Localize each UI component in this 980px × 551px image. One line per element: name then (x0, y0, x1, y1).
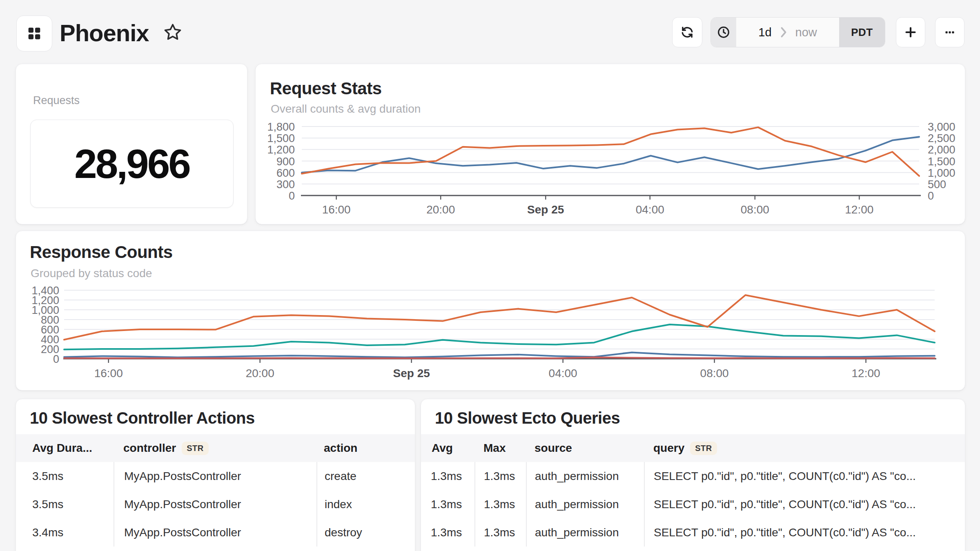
refresh-icon (680, 25, 695, 40)
requests-value-panel[interactable]: 28,966 (30, 120, 234, 208)
svg-text:20:00: 20:00 (246, 367, 274, 380)
avg-cell: 1.3ms (421, 518, 474, 547)
query-cell: SELECT p0."id", p0."title", COUNT(c0."id… (644, 518, 965, 547)
svg-text:600: 600 (276, 167, 295, 179)
table-row[interactable]: 1.3ms 1.3ms auth_permission SELECT p0."i… (421, 518, 965, 547)
source-cell: auth_permission (526, 518, 644, 547)
table-row[interactable]: 1.3ms 1.3ms auth_permission SELECT p0."i… (421, 462, 965, 491)
response-counts-chart[interactable]: 1,4001,2001,000800600400200016:0020:00Se… (16, 231, 965, 390)
controller-actions-title: 10 Slowest Controller Actions (30, 409, 255, 427)
clock-icon (717, 25, 731, 39)
svg-text:08:00: 08:00 (700, 367, 729, 380)
svg-text:16:00: 16:00 (94, 367, 123, 380)
svg-text:1,500: 1,500 (267, 132, 295, 144)
avg-cell: 1.3ms (421, 462, 474, 490)
table-row-partial (16, 547, 415, 551)
svg-text:Sep 25: Sep 25 (527, 203, 564, 216)
column-header[interactable]: controller (123, 442, 176, 455)
time-clock-segment[interactable] (711, 18, 736, 47)
action-cell: index (316, 490, 415, 518)
svg-text:0: 0 (928, 190, 934, 202)
controller-actions-header: Avg Dura... controller STR action (16, 434, 415, 463)
table-row[interactable]: 3.5ms MyApp.PostsController create (16, 462, 415, 491)
requests-card: Requests 28,966 (16, 64, 247, 224)
svg-text:2,500: 2,500 (928, 132, 956, 144)
max-cell: 1.3ms (474, 518, 526, 547)
ellipsis-icon (943, 25, 957, 39)
svg-text:1,200: 1,200 (267, 144, 295, 156)
ecto-queries-header: Avg Max source query STR (421, 434, 965, 463)
refresh-button[interactable] (672, 17, 702, 47)
timezone-segment[interactable]: PDT (839, 18, 885, 47)
svg-text:12:00: 12:00 (852, 367, 880, 380)
requests-value: 28,966 (74, 140, 189, 187)
svg-text:04:00: 04:00 (549, 367, 577, 380)
more-options-button[interactable] (935, 17, 964, 47)
request-stats-card: Request Stats Overall counts & avg durat… (255, 64, 965, 224)
svg-text:1,800: 1,800 (267, 121, 295, 133)
action-cell: create (316, 462, 415, 490)
controller-cell: MyApp.PostsController (114, 490, 316, 518)
svg-text:04:00: 04:00 (636, 203, 664, 216)
add-panel-button[interactable] (896, 17, 925, 47)
column-header[interactable]: query (653, 442, 684, 455)
column-header[interactable]: Max (483, 442, 506, 455)
apps-grid-icon (26, 25, 42, 42)
time-range-value: 1d (758, 26, 771, 39)
svg-text:16:00: 16:00 (322, 203, 351, 216)
svg-text:20:00: 20:00 (426, 203, 455, 216)
avg-cell: 1.3ms (421, 490, 474, 518)
page-title: Phoenix (60, 18, 149, 48)
column-header[interactable]: Avg (432, 442, 453, 455)
table-row[interactable]: 3.5ms MyApp.PostsController index (16, 490, 415, 519)
avg-duration-cell: 3.5ms (16, 462, 114, 490)
ecto-queries-title: 10 Slowest Ecto Queries (435, 409, 620, 427)
column-header[interactable]: Avg Dura... (32, 442, 92, 455)
max-cell: 1.3ms (474, 490, 526, 518)
svg-text:0: 0 (289, 190, 295, 202)
svg-text:500: 500 (928, 178, 946, 191)
svg-text:900: 900 (276, 156, 295, 168)
controller-cell: MyApp.PostsController (114, 462, 316, 490)
table-row-partial (421, 547, 965, 551)
favorite-star-icon[interactable] (163, 22, 183, 44)
table-row[interactable]: 1.3ms 1.3ms auth_permission SELECT p0."i… (421, 490, 965, 519)
chevron-right-icon (779, 26, 788, 38)
svg-text:Sep 25: Sep 25 (393, 367, 430, 380)
ecto-queries-card: 10 Slowest Ecto Queries Avg Max source q… (421, 399, 965, 551)
query-cell: SELECT p0."id", p0."title", COUNT(c0."id… (644, 490, 965, 518)
time-range-display[interactable]: 1d now (736, 18, 839, 47)
column-header[interactable]: action (324, 442, 357, 455)
svg-text:0: 0 (53, 353, 59, 365)
source-cell: auth_permission (526, 462, 644, 490)
source-cell: auth_permission (526, 490, 644, 518)
response-counts-card: Response Counts Grouped by status code 1… (16, 231, 965, 391)
svg-text:12:00: 12:00 (845, 203, 873, 216)
type-badge: STR (182, 442, 209, 455)
type-badge: STR (690, 442, 717, 455)
action-cell: destroy (316, 518, 415, 547)
query-cell: SELECT p0."id", p0."title", COUNT(c0."id… (644, 462, 965, 490)
svg-text:300: 300 (276, 178, 295, 191)
svg-text:08:00: 08:00 (741, 203, 769, 216)
svg-text:2,000: 2,000 (928, 144, 956, 156)
apps-menu-button[interactable] (16, 16, 52, 51)
avg-duration-cell: 3.4ms (16, 518, 114, 547)
dashboard-screen: Phoenix 1d (0, 0, 980, 551)
request-stats-chart[interactable]: 1,8001,5001,20090060030003,0002,5002,000… (256, 64, 965, 224)
time-range-control[interactable]: 1d now PDT (710, 17, 885, 47)
controller-actions-card: 10 Slowest Controller Actions Avg Dura..… (16, 399, 415, 551)
plus-icon (903, 25, 918, 40)
timezone-value: PDT (851, 26, 873, 39)
table-row[interactable]: 3.4ms MyApp.PostsController destroy (16, 518, 415, 547)
requests-label: Requests (33, 94, 80, 107)
avg-duration-cell: 3.5ms (16, 490, 114, 518)
controller-cell: MyApp.PostsController (114, 518, 316, 547)
svg-text:3,000: 3,000 (928, 121, 956, 133)
svg-text:1,000: 1,000 (928, 167, 956, 179)
svg-text:1,500: 1,500 (928, 156, 956, 168)
column-header[interactable]: source (535, 442, 572, 455)
max-cell: 1.3ms (474, 462, 526, 490)
time-to-value: now (795, 26, 817, 39)
